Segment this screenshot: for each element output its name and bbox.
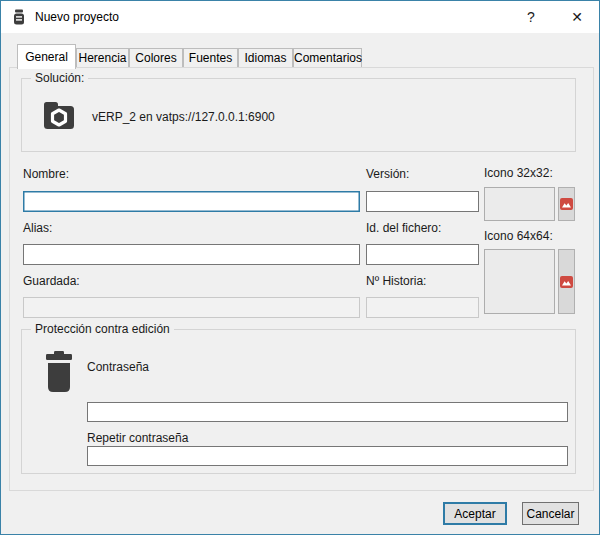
icono64-browse-button[interactable] — [558, 249, 575, 314]
window-title: Nuevo proyecto — [35, 10, 119, 24]
solution-value: vERP_2 en vatps://127.0.0.1:6900 — [92, 110, 275, 124]
icono32-browse-button[interactable] — [558, 187, 575, 221]
icono32-preview — [484, 187, 555, 221]
icono64-label: Icono 64x64: — [484, 229, 553, 243]
icono32-label: Icono 32x32: — [484, 166, 553, 180]
alias-label: Alias: — [23, 221, 52, 235]
historia-label: Nº Historia: — [366, 274, 426, 288]
protection-groupbox: Protección contra edición Contraseña Rep… — [21, 329, 576, 474]
help-icon: ? — [527, 9, 535, 25]
help-button[interactable]: ? — [515, 4, 547, 30]
id-fichero-label: Id. del fichero: — [366, 221, 441, 235]
image-icon — [560, 198, 573, 210]
guardada-label: Guardada: — [23, 274, 80, 288]
guardada-input — [23, 297, 360, 318]
contrasena-label: Contraseña — [87, 360, 149, 374]
app-icon — [12, 9, 26, 25]
nombre-input[interactable] — [23, 191, 360, 212]
image-icon — [560, 276, 573, 288]
nombre-label: Nombre: — [23, 167, 69, 181]
close-icon: ✕ — [571, 9, 583, 25]
trash-icon — [44, 351, 74, 393]
repetir-contrasena-input[interactable] — [87, 446, 568, 466]
tab-colores[interactable]: Colores — [129, 48, 183, 67]
solution-group-label: Solución: — [31, 71, 88, 85]
solution-groupbox: Solución: vERP_2 en vatps://127.0.0.1:69… — [21, 78, 576, 152]
tab-fuentes[interactable]: Fuentes — [183, 48, 238, 67]
icono64-preview — [484, 249, 555, 314]
version-input[interactable] — [366, 191, 479, 212]
tab-herencia[interactable]: Herencia — [76, 48, 129, 67]
aceptar-button[interactable]: Aceptar — [443, 502, 507, 525]
cancelar-button[interactable]: Cancelar — [522, 502, 579, 525]
tab-idiomas[interactable]: Idiomas — [238, 48, 293, 67]
protection-group-label: Protección contra edición — [31, 322, 174, 336]
solution-folder-icon — [39, 95, 79, 135]
close-button[interactable]: ✕ — [559, 4, 595, 30]
repetir-contrasena-label: Repetir contraseña — [87, 431, 188, 445]
id-fichero-input[interactable] — [366, 244, 479, 265]
tab-general[interactable]: General — [17, 44, 76, 69]
version-label: Versión: — [366, 167, 409, 181]
historia-input — [366, 297, 479, 318]
dialog-nuevo-proyecto: Nuevo proyecto ? ✕ General Herencia Colo… — [0, 0, 600, 535]
contrasena-input[interactable] — [87, 402, 568, 422]
titlebar[interactable]: Nuevo proyecto ? ✕ — [1, 1, 599, 33]
alias-input[interactable] — [23, 244, 360, 265]
tab-comentarios[interactable]: Comentarios — [293, 48, 362, 67]
